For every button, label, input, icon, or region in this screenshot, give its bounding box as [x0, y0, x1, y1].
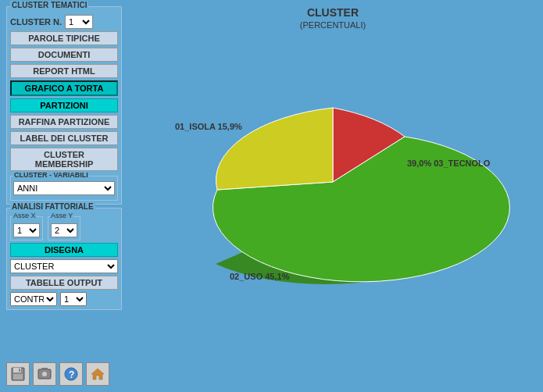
photo-icon — [38, 367, 52, 381]
tabelle-output-button[interactable]: TABELLE OUTPUT — [10, 276, 118, 290]
svg-rect-3 — [19, 369, 20, 372]
pie-chart-svg: 01_ISOLA 15,9% 02_USO 45,1% 39,0% 03_TEC… — [138, 37, 528, 303]
asse-y-select[interactable]: 123 — [51, 223, 77, 237]
report-html-button[interactable]: REPORT HTML — [10, 64, 118, 78]
chart-subtitle: (PERCENTUALI) — [129, 20, 537, 30]
asse-row: Asse X 123 Asse Y 123 — [10, 216, 118, 241]
cluster-tematici-group: CLUSTER TEMATICI CLUSTER N. 1 2 3 PAROLE… — [6, 6, 122, 205]
help-button[interactable]: ? — [59, 362, 83, 386]
partizioni-button[interactable]: PARTIZIONI — [10, 98, 118, 112]
cluster-membership-button[interactable]: CLUSTER MEMBERSHIP — [10, 148, 118, 171]
chart-area: CLUSTER (PERCENTUALI) — [129, 6, 537, 353]
home-icon — [91, 367, 105, 381]
svg-rect-6 — [41, 368, 48, 370]
cluster-tematici-title: CLUSTER TEMATICI — [10, 1, 88, 9]
chart-title: CLUSTER — [129, 6, 537, 19]
label-uso: 02_USO 45,1% — [230, 272, 290, 281]
label-isola: 01_ISOLA 15,9% — [175, 122, 242, 131]
asse-x-select[interactable]: 123 — [13, 223, 40, 237]
pie-container: 01_ISOLA 15,9% 02_USO 45,1% 39,0% 03_TEC… — [129, 37, 537, 319]
parole-tipiche-button[interactable]: PAROLE TIPICHE — [10, 31, 118, 45]
svg-marker-9 — [91, 369, 104, 380]
label-dei-cluster-button[interactable]: LABEL DEI CLUSTER — [10, 131, 118, 145]
documenti-button[interactable]: DOCUMENTI — [10, 48, 118, 62]
asse-x-group: Asse X 123 — [10, 216, 43, 241]
asse-y-group: Asse Y 123 — [48, 216, 80, 241]
cluster-n-select[interactable]: 1 2 3 — [65, 15, 93, 29]
cluster-n-row: CLUSTER N. 1 2 3 — [10, 15, 118, 29]
label-tecnolo: 39,0% 03_TECNOLO — [407, 159, 491, 168]
analisi-fattoriale-title: ANALISI FATTORIALE — [10, 202, 95, 211]
cluster-n-label: CLUSTER N. — [10, 17, 62, 27]
photo-button[interactable] — [33, 362, 56, 386]
cluster-variabili-title: CLUSTER - VARIABILI — [13, 171, 89, 179]
asse-y-label: Asse Y — [50, 212, 73, 219]
analisi-fattoriale-group: ANALISI FATTORIALE Asse X 123 Asse Y 123… — [6, 208, 122, 310]
asse-x-label: Asse X — [13, 212, 37, 219]
svg-rect-2 — [13, 374, 23, 380]
disegna-button[interactable]: DISEGNA — [10, 243, 118, 257]
num-select[interactable]: 1 — [60, 292, 87, 306]
grafico-a-torta-button[interactable]: GRAFICO A TORTA — [10, 80, 118, 96]
cluster-select[interactable]: CLUSTER — [10, 259, 118, 273]
svg-point-5 — [42, 372, 47, 376]
cluster-variabili-group: CLUSTER - VARIABILI ANNI — [10, 176, 118, 201]
tabout-row: CONTR 1 — [10, 292, 118, 306]
variabili-select[interactable]: ANNI — [13, 181, 115, 195]
help-icon: ? — [64, 367, 78, 381]
slice-tecnolo — [216, 108, 333, 190]
bottom-toolbar: ? — [6, 362, 109, 386]
left-panel: CLUSTER TEMATICI CLUSTER N. 1 2 3 PAROLE… — [6, 6, 122, 313]
save-disk-icon — [11, 367, 25, 381]
contr-select[interactable]: CONTR — [10, 292, 57, 306]
raffina-partizione-button[interactable]: RAFFINA PARTIZIONE — [10, 115, 118, 129]
home-button[interactable] — [86, 362, 109, 386]
svg-text:?: ? — [69, 369, 74, 380]
save-disk-button[interactable] — [6, 362, 30, 386]
